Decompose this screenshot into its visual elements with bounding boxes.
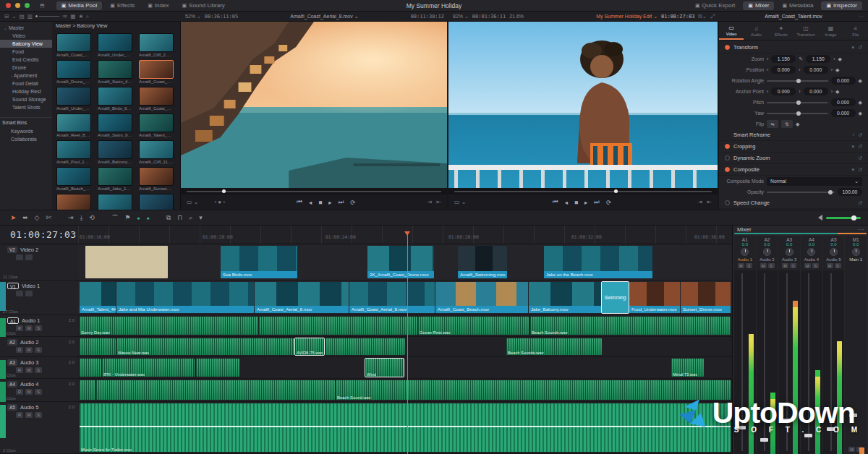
marker-teal-1-icon[interactable]: ●: [137, 215, 140, 220]
timeline-clip[interactable]: [259, 317, 417, 335]
media-clip-thumbnail[interactable]: Amalfi_Reef_8.mov: [56, 113, 91, 137]
chevron-icon[interactable]: ▾: [852, 144, 855, 150]
step-back-button[interactable]: ◂: [309, 199, 312, 206]
timeline-clip[interactable]: Swimming: [602, 282, 629, 313]
media-clip-thumbnail[interactable]: Amalfi_Beach_12.mov: [56, 167, 91, 191]
chevron-down-icon[interactable]: ⌄: [12, 13, 16, 20]
sidebar-item-apartment[interactable]: ›Apartment: [0, 72, 52, 80]
media-clip-thumbnail[interactable]: Amalfi_Cliff_2.mov: [139, 33, 174, 57]
mute-button[interactable]: M: [848, 447, 855, 452]
timeline-clip[interactable]: Beach Sound.wav: [336, 380, 731, 400]
timeline-clip[interactable]: Ocean Rest.wav: [418, 317, 529, 335]
timeline-clip[interactable]: Music Score for Trailer.mov: [80, 403, 731, 452]
track-destination-toggle[interactable]: A1: [7, 317, 19, 324]
zoom-tool-icon[interactable]: ⌕: [189, 214, 192, 222]
track-destination-toggle[interactable]: A3: [7, 359, 17, 366]
reset-icon[interactable]: ↺: [858, 200, 862, 206]
tl-loop-button[interactable]: ⟳: [606, 199, 611, 206]
track-lane-a3[interactable]: 8TK - Underwater.wavWindMetal 73.wav: [78, 357, 732, 378]
window-minimize-button[interactable]: [15, 3, 20, 8]
track-control-button[interactable]: R: [16, 389, 23, 395]
sidebar-item-talent-shots[interactable]: Talent Shots: [0, 103, 52, 111]
solo-button[interactable]: S: [746, 263, 752, 268]
mixer-options-icon[interactable]: ⋯: [858, 226, 864, 233]
timeline-zoom-dropdown[interactable]: 82% ⌄: [453, 14, 469, 20]
solo-button[interactable]: S: [790, 263, 796, 268]
razor-tool-icon[interactable]: ✄: [46, 214, 52, 221]
track-lane-a1[interactable]: Sunny Day.wavOcean Rest.wavBeach Sounds.…: [78, 315, 732, 336]
list-view-icon[interactable]: ≔: [62, 13, 68, 20]
increment-icon[interactable]: ›: [833, 56, 835, 61]
timeline-clip[interactable]: Sea Birds.mov: [221, 246, 297, 278]
track-header-a1[interactable]: A1Audio 12.0RMS4 Clips: [0, 315, 78, 336]
titlebar-button-index[interactable]: ▣Index: [142, 1, 174, 10]
media-clip-thumbnail[interactable]: Amalfi_Mia_16.mov: [98, 194, 132, 210]
value-field[interactable]: 0.000: [831, 98, 856, 106]
mute-button[interactable]: M: [738, 263, 744, 268]
media-clip-thumbnail[interactable]: Amalfi_Food_15.mov: [56, 194, 91, 210]
timeline-clip[interactable]: [85, 246, 168, 278]
timeline-ruler[interactable]: 01:00:27:03 01:00:16:0001:00:20:0001:00:…: [0, 226, 732, 244]
pan-knob[interactable]: [830, 248, 838, 256]
reset-icon[interactable]: ↺: [858, 45, 862, 51]
timeline-clip[interactable]: AVID8-75.wav: [295, 338, 324, 355]
value-field[interactable]: 0.000: [831, 77, 856, 85]
media-clip-thumbnail[interactable]: Amalfi_Swim_4.mov: [98, 60, 132, 84]
bin-breadcrumb[interactable]: Master > Balcony View: [52, 22, 180, 30]
tl-stop-button[interactable]: ■: [574, 199, 578, 206]
sidebar-item-balcony-view[interactable]: Balcony View: [0, 40, 52, 48]
value-field-x[interactable]: 1.150: [771, 55, 796, 63]
track-control-button[interactable]: S: [35, 412, 42, 418]
track-control-button[interactable]: [25, 254, 33, 260]
timeline-clip[interactable]: [80, 338, 116, 355]
track-control-button[interactable]: [16, 254, 23, 260]
value-field-y[interactable]: 0.000: [804, 66, 828, 74]
jog-wheel[interactable]: ‹ ● ›: [214, 199, 225, 205]
track-destination-toggle[interactable]: V2: [7, 247, 17, 253]
tab-file[interactable]: ≡File: [843, 22, 868, 40]
sort-icon[interactable]: ★: [78, 13, 83, 20]
tl-mark-out-button[interactable]: ⇤: [707, 199, 712, 205]
media-clip-thumbnail[interactable]: Amalfi_Drone_3.mov: [56, 60, 91, 84]
media-clip-thumbnail[interactable]: Amalfi_Pool_10.mov: [56, 140, 91, 164]
value-field-y[interactable]: 0.000: [804, 87, 828, 95]
inspector-options-icon[interactable]: ⋯: [859, 14, 864, 20]
inspector-section-dynamic-zoom[interactable]: Dynamic Zoom↺: [719, 153, 868, 164]
window-zoom-button[interactable]: [25, 3, 30, 8]
pan-knob[interactable]: [741, 248, 749, 256]
sidebar-item-end-credits[interactable]: End Credits: [0, 56, 52, 64]
smart-bin-item[interactable]: Collaborate: [0, 135, 52, 143]
media-clip-thumbnail[interactable]: Amalfi_Under_5.mov: [56, 87, 91, 111]
link-icon[interactable]: ✎: [799, 56, 803, 62]
mute-button[interactable]: M: [760, 263, 767, 268]
jump-start-button[interactable]: ⏮: [297, 198, 302, 206]
track-header-a2[interactable]: A2Audio 22.0RMS: [0, 337, 78, 356]
track-lane-a2[interactable]: Waves Near.wavAVID8-75.wavBeach Sounds.w…: [78, 337, 732, 356]
timeline-clip[interactable]: Amalfi_Coast_Aerial_8.mov: [349, 282, 435, 313]
tab-transition[interactable]: ◫Transition: [793, 22, 818, 40]
keyframe-icon[interactable]: ◆: [838, 56, 842, 62]
solo-button[interactable]: S: [812, 263, 819, 268]
tl-step-back-button[interactable]: ◂: [565, 199, 568, 206]
titlebar-button-inspector[interactable]: ▣Inspector: [821, 1, 862, 10]
media-clip-thumbnail[interactable]: Amalfi_Birds_6.mov: [98, 87, 132, 111]
track-control-button[interactable]: R: [16, 412, 23, 418]
timeline-clip[interactable]: [326, 338, 405, 355]
timeline-viewer-scrub-bar[interactable]: [448, 188, 718, 194]
source-zoom-dropdown[interactable]: 52% ⌄: [185, 14, 201, 20]
param-slider[interactable]: [767, 113, 828, 114]
keyframe-icon[interactable]: ◆: [835, 89, 839, 95]
mute-button[interactable]: M: [804, 263, 811, 268]
track-lane-v1[interactable]: Amalfi_Talent_4K.movJake and Mia Underwa…: [78, 280, 732, 314]
track-control-button[interactable]: S: [35, 389, 42, 395]
workspace-icon[interactable]: ⬒: [40, 3, 45, 9]
track-control-button[interactable]: [25, 291, 33, 296]
track-destination-toggle[interactable]: V1: [7, 283, 19, 289]
chevron-icon[interactable]: ▾: [852, 167, 855, 173]
thumbnail-view-icon[interactable]: ▤: [20, 13, 25, 20]
custom-tool-icon[interactable]: ▾: [199, 214, 203, 221]
timeline-clip[interactable]: Wind: [365, 359, 404, 377]
smart-bin-item[interactable]: Keywords: [0, 127, 52, 135]
sidebar-item-sound-storage[interactable]: Sound Storage: [0, 95, 52, 103]
track-control-button[interactable]: S: [35, 367, 42, 373]
